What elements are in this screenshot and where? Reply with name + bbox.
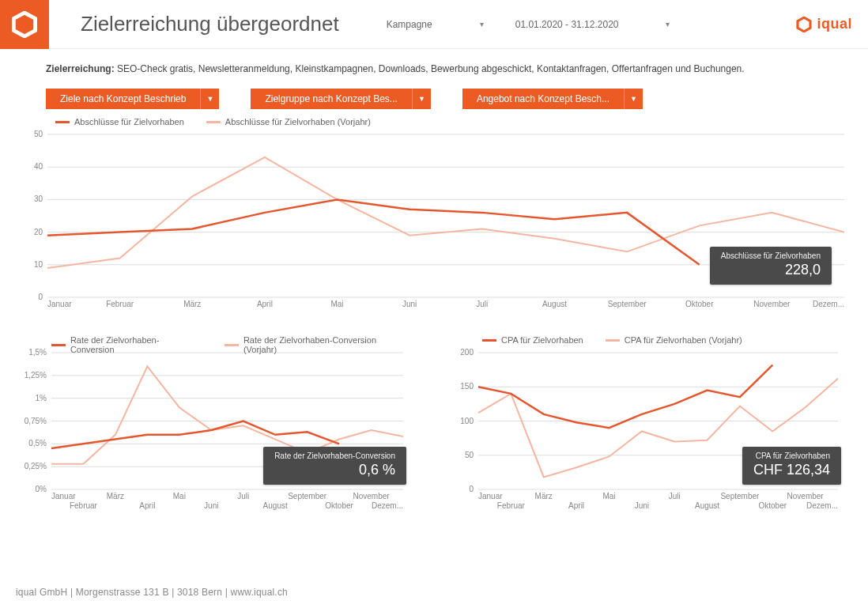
- svg-text:Dezem...: Dezem...: [813, 300, 844, 308]
- description-text: SEO-Check gratis, Newsletteranmeldung, K…: [117, 63, 745, 74]
- svg-marker-0: [13, 13, 35, 36]
- svg-text:Oktober: Oktober: [325, 501, 353, 510]
- legend-item-current: Rate der Zielvorhaben-Conversion: [51, 335, 202, 354]
- svg-text:August: August: [695, 501, 719, 510]
- svg-text:April: April: [139, 501, 155, 510]
- svg-text:Januar: Januar: [47, 300, 72, 308]
- hexagon-icon: [11, 11, 38, 38]
- svg-text:20: 20: [34, 228, 43, 236]
- svg-text:Januar: Januar: [478, 492, 503, 501]
- svg-text:0: 0: [38, 293, 43, 301]
- description-label: Zielerreichung:: [46, 63, 115, 74]
- svg-text:November: November: [353, 492, 390, 501]
- svg-text:0: 0: [469, 485, 474, 493]
- svg-text:10: 10: [34, 260, 43, 269]
- brand-logo: iqual: [796, 16, 852, 32]
- chevron-down-icon: ▾: [480, 20, 484, 28]
- button-label: Angebot nach Konzept Besch...: [462, 93, 624, 104]
- chart-cpa: CPA für Zielvorhaben CPA für Zielvorhabe…: [451, 335, 846, 513]
- chevron-down-icon: ▼: [412, 89, 431, 109]
- kpi-label: Rate der Zielvorhaben-Conversion: [274, 451, 395, 460]
- svg-text:Mai: Mai: [602, 492, 615, 501]
- legend-item-previous: Abschlüsse für Zielvorhaben (Vorjahr): [206, 117, 371, 127]
- svg-text:50: 50: [465, 451, 474, 459]
- date-range-label: 01.01.2020 - 31.12.2020: [515, 19, 619, 30]
- svg-text:150: 150: [460, 382, 474, 391]
- chart-abschluesse: Abschlüsse für Zielvorhaben Abschlüsse f…: [16, 117, 852, 321]
- svg-text:September: September: [288, 492, 327, 501]
- svg-text:Februar: Februar: [497, 501, 526, 510]
- page-title: Zielerreichung übergeordnet: [81, 12, 339, 36]
- header: Zielerreichung übergeordnet Kampagne ▾ 0…: [0, 0, 868, 49]
- svg-text:40: 40: [34, 162, 43, 171]
- legend-item-previous: Rate der Zielvorhaben-Conversion (Vorjah…: [225, 335, 411, 354]
- brand-name: iqual: [817, 16, 852, 32]
- campaign-selector[interactable]: Kampagne ▾: [387, 19, 484, 30]
- kpi-value: 228,0: [721, 262, 821, 278]
- svg-text:100: 100: [460, 417, 474, 425]
- svg-text:Oktober: Oktober: [758, 501, 787, 510]
- svg-text:1%: 1%: [36, 394, 47, 402]
- svg-text:0,25%: 0,25%: [25, 462, 47, 470]
- svg-text:0%: 0%: [36, 485, 47, 493]
- svg-text:Mai: Mai: [173, 492, 186, 501]
- chart-legend: CPA für Zielvorhaben CPA für Zielvorhabe…: [482, 335, 742, 345]
- svg-text:Dezem...: Dezem...: [372, 501, 403, 510]
- svg-text:50: 50: [34, 130, 43, 138]
- chart-legend: Rate der Zielvorhaben-Conversion Rate de…: [51, 335, 411, 354]
- chevron-down-icon: ▼: [624, 89, 643, 109]
- svg-text:November: November: [787, 492, 825, 501]
- svg-text:Januar: Januar: [51, 492, 76, 501]
- kpi-label: CPA für Zielvorhaben: [753, 451, 830, 460]
- svg-text:0,5%: 0,5%: [28, 439, 47, 448]
- svg-text:Februar: Februar: [106, 300, 134, 308]
- kpi-conversion: Rate der Zielvorhaben-Conversion 0,6 %: [263, 447, 406, 485]
- campaign-selector-label: Kampagne: [387, 19, 432, 30]
- svg-text:Juni: Juni: [635, 501, 649, 510]
- legend-item-current: CPA für Zielvorhaben: [482, 335, 583, 345]
- svg-text:200: 200: [460, 348, 474, 357]
- svg-text:November: November: [753, 300, 791, 308]
- brand-logo-box: [0, 0, 49, 49]
- svg-text:August: August: [263, 501, 288, 510]
- kpi-abschluesse: Abschlüsse für Zielvorhaben 228,0: [710, 247, 832, 285]
- svg-text:April: April: [257, 300, 273, 308]
- svg-text:Oktober: Oktober: [685, 300, 714, 308]
- svg-text:März: März: [183, 300, 201, 308]
- chart-legend: Abschlüsse für Zielvorhaben Abschlüsse f…: [55, 117, 371, 127]
- chevron-down-icon: ▼: [200, 89, 219, 109]
- svg-marker-1: [798, 17, 810, 32]
- svg-text:Dezem...: Dezem...: [806, 501, 838, 510]
- kpi-label: Abschlüsse für Zielvorhaben: [721, 251, 821, 260]
- zielgruppe-button[interactable]: Zielgruppe nach Konzept Bes... ▼: [251, 89, 430, 109]
- svg-text:März: März: [107, 492, 124, 501]
- svg-text:Juli: Juli: [237, 492, 249, 501]
- button-label: Ziele nach Konzept Beschrieb: [46, 93, 200, 104]
- svg-text:1,25%: 1,25%: [25, 371, 47, 380]
- svg-text:September: September: [608, 300, 647, 308]
- legend-item-previous: CPA für Zielvorhaben (Vorjahr): [606, 335, 742, 345]
- svg-text:Februar: Februar: [70, 501, 98, 510]
- kpi-value: 0,6 %: [274, 462, 395, 478]
- description: Zielerreichung: SEO-Check gratis, Newsle…: [46, 63, 868, 74]
- svg-text:September: September: [720, 492, 760, 501]
- svg-text:Juli: Juli: [669, 492, 681, 501]
- hexagon-icon: [796, 17, 812, 32]
- svg-text:0,75%: 0,75%: [25, 417, 47, 425]
- kpi-value: CHF 126,34: [753, 462, 830, 478]
- date-range-selector[interactable]: 01.01.2020 - 31.12.2020 ▾: [515, 19, 670, 30]
- ziele-button[interactable]: Ziele nach Konzept Beschrieb ▼: [46, 89, 219, 109]
- svg-text:März: März: [535, 492, 553, 501]
- svg-text:August: August: [542, 300, 567, 308]
- svg-text:Juli: Juli: [476, 300, 488, 308]
- svg-text:30: 30: [34, 195, 43, 203]
- chart-conversion: Rate der Zielvorhaben-Conversion Rate de…: [16, 335, 411, 513]
- svg-text:April: April: [568, 501, 584, 510]
- footer: iqual GmbH | Morgenstrasse 131 B | 3018 …: [16, 587, 288, 598]
- button-label: Zielgruppe nach Konzept Bes...: [251, 93, 411, 104]
- svg-text:Juni: Juni: [402, 300, 417, 308]
- kpi-cpa: CPA für Zielvorhaben CHF 126,34: [742, 447, 841, 485]
- chevron-down-icon: ▾: [666, 20, 670, 28]
- legend-item-current: Abschlüsse für Zielvorhaben: [55, 117, 184, 127]
- angebot-button[interactable]: Angebot nach Konzept Besch... ▼: [462, 89, 643, 109]
